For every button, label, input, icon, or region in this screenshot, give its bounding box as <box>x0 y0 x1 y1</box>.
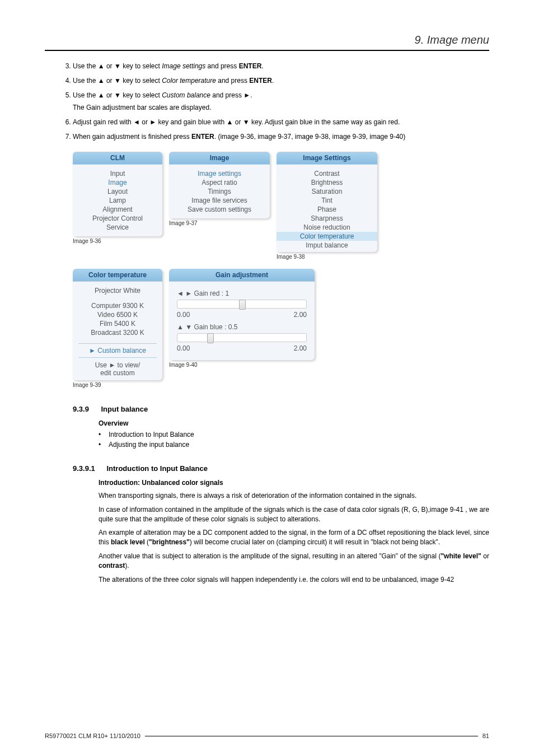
paragraph: Another value that is subject to alterat… <box>99 552 489 571</box>
range-max: 2.00 <box>294 344 307 352</box>
panel-title: Image <box>169 152 270 165</box>
menu-item[interactable]: Lamp <box>73 196 162 205</box>
t: ). <box>125 562 129 570</box>
menu-item[interactable]: Save custom settings <box>169 205 270 214</box>
menu-item[interactable]: Input <box>73 169 162 178</box>
panel-title: Image Settings <box>277 152 377 165</box>
target: Color temperature <box>162 77 216 85</box>
t: When gain adjustment is finished press <box>73 133 191 141</box>
menu-item[interactable]: Video 6500 K <box>73 310 162 319</box>
page-number: 81 <box>483 732 489 739</box>
t: . <box>272 77 274 85</box>
t: Use the <box>73 62 98 70</box>
t: or <box>105 77 114 85</box>
t: "brightness" <box>149 538 190 546</box>
t: or <box>105 91 114 99</box>
range-min: 0.00 <box>177 311 190 319</box>
gain-blue-slider[interactable] <box>177 333 307 342</box>
chapter-title: 9. Image menu <box>45 34 489 46</box>
paragraph: An example of alteration may be a DC com… <box>99 528 489 547</box>
panel-image-settings: Image Settings ContrastBrightnessSaturat… <box>277 152 377 252</box>
menu-item[interactable]: Brightness <box>277 178 377 187</box>
menu-item[interactable]: Image settings <box>169 169 270 178</box>
figure-caption: Image 9-38 <box>277 254 377 260</box>
slider-thumb[interactable] <box>239 300 246 310</box>
figure-caption: Image 9-39 <box>73 382 162 388</box>
t: Use the <box>73 91 98 99</box>
menu-item[interactable]: Imput balance <box>277 241 377 250</box>
menu-item[interactable]: Film 5400 K <box>73 319 162 328</box>
menu-item[interactable]: Layout <box>73 187 162 196</box>
menu-item[interactable]: Broadcast 3200 K <box>73 328 162 337</box>
t: key to select <box>121 77 162 85</box>
t: Use the <box>73 77 98 85</box>
menu-item[interactable]: Projector White <box>73 286 162 295</box>
menu-item[interactable]: Service <box>73 223 162 232</box>
panel-title: Gain adjustment <box>169 269 315 282</box>
section-9-3-9: 9.3.9 Input balance <box>73 404 489 414</box>
target: Custom balance <box>162 91 210 99</box>
t: ) will become crucial later on (clamping… <box>190 538 440 546</box>
menu-item[interactable]: Image <box>73 178 162 187</box>
t: and press <box>210 91 243 99</box>
slider-thumb[interactable] <box>207 333 214 343</box>
paragraph: The alterations of the three color signa… <box>99 575 489 585</box>
step-3: Use the ▲ or ▼ key to select Image setti… <box>73 61 489 71</box>
paragraph: When transporting signals, there is alwa… <box>99 491 489 501</box>
menu-item[interactable]: Color temperature <box>277 232 377 241</box>
menu-item[interactable]: Timings <box>169 187 270 196</box>
list-item: Adjusting the input balance <box>99 441 489 449</box>
menu-item[interactable]: Tint <box>277 196 377 205</box>
figure-row-2: Color temperature Projector White Comput… <box>73 269 489 393</box>
gain-red-label: ◄ ► Gain red : 1 <box>177 290 307 297</box>
step-5: Use the ▲ or ▼ key to select Custom bala… <box>73 90 489 113</box>
menu-item[interactable]: Image file services <box>169 196 270 205</box>
menu-item[interactable]: Computer 9300 K <box>73 301 162 310</box>
divider <box>78 357 157 358</box>
enter-key: ENTER <box>191 133 214 141</box>
menu-item[interactable]: Aspect ratio <box>169 178 270 187</box>
enter-key: ENTER <box>249 77 272 85</box>
menu-item-custom-balance[interactable]: ► Custom balance <box>73 346 162 355</box>
gain-red-slider[interactable] <box>177 300 307 309</box>
menu-item[interactable]: Contrast <box>277 169 377 178</box>
section-9-3-9-1: 9.3.9.1 Introduction to Input Balance <box>73 463 489 473</box>
footer-rule <box>145 736 478 736</box>
step-sub: The Gain adjustment bar scales are displ… <box>73 102 489 113</box>
range-min: 0.00 <box>177 344 190 352</box>
right-icon: ► <box>243 91 250 99</box>
down-icon: ▼ <box>114 77 121 85</box>
t: . <box>250 91 252 99</box>
panel-color-temperature: Color temperature Projector White Comput… <box>73 269 162 380</box>
t: Use ► to view/ <box>95 361 140 369</box>
t: contrast <box>99 562 125 570</box>
menu-item[interactable]: Phase <box>277 205 377 214</box>
t: black level <box>111 538 145 546</box>
step-list: Use the ▲ or ▼ key to select Image setti… <box>73 61 489 142</box>
step-7: When gain adjustment is finished press E… <box>73 132 489 142</box>
footer-left: R59770021 CLM R10+ 11/10/2010 <box>45 732 140 739</box>
paragraph: In case of information contained in the … <box>99 505 489 524</box>
t: edit custom <box>100 369 134 377</box>
slider-range: 0.00 2.00 <box>177 311 307 319</box>
t: Another value that is subject to alterat… <box>99 552 441 560</box>
overview-list: Introduction to Input Balance Adjusting … <box>99 431 489 449</box>
up-icon: ▲ <box>98 62 105 70</box>
target: Image settings <box>162 62 205 70</box>
menu-item[interactable]: Saturation <box>277 187 377 196</box>
t: or <box>481 552 489 560</box>
menu-item[interactable]: Noise reduction <box>277 223 377 232</box>
t: . (image 9-36, image 9-37, image 9-38, i… <box>214 133 406 141</box>
t: and press <box>216 77 249 85</box>
step-6: Adjust gain red with ◄ or ► key and gain… <box>73 117 489 127</box>
t: and press <box>205 62 238 70</box>
menu-item[interactable]: Sharpness <box>277 214 377 223</box>
menu-item[interactable]: Alignment <box>73 205 162 214</box>
menu-item[interactable]: Projector Control <box>73 214 162 223</box>
section-title: Introduction to Input Balance <box>106 464 208 473</box>
t: . <box>261 62 263 70</box>
panel-title: Color temperature <box>73 269 162 282</box>
gain-blue-label: ▲ ▼ Gain blue : 0.5 <box>177 323 307 331</box>
subheading-intro: Introduction: Unbalanced color signals <box>99 479 489 487</box>
section-title: Input balance <box>101 405 148 413</box>
